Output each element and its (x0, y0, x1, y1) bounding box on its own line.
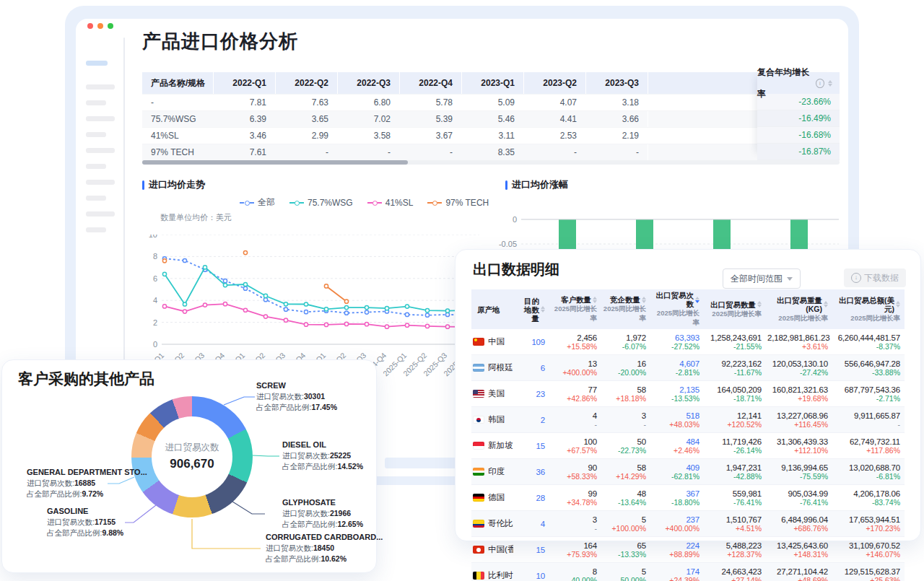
value-cell: 31,109,670.52 (834, 541, 900, 550)
sort-icon[interactable] (593, 297, 597, 303)
trade-count-link[interactable]: 409 (652, 463, 699, 472)
table-row: 新加坡15100+67.57%50-22.73%484+2.46%11,719,… (471, 433, 905, 459)
origin-cell: 美国 (473, 388, 513, 399)
value-cell: 3 (551, 515, 597, 524)
destination-count-link[interactable]: 6 (519, 364, 545, 372)
trade-count-link[interactable]: 4,607 (652, 359, 699, 368)
price-cell: 6.80 (337, 95, 399, 110)
legend-item--[interactable]: 全部 (240, 196, 275, 209)
yoy-percent: +15.58% (551, 342, 597, 351)
price-cell: 3.58 (337, 128, 399, 144)
column-header: 2023-Q1 (461, 72, 523, 94)
svg-text:-0.05: -0.05 (499, 240, 517, 248)
sidebar-item-active[interactable] (86, 61, 108, 66)
minimize-button[interactable] (97, 23, 103, 29)
yoy-percent: -50.00% (603, 576, 646, 581)
column-header[interactable]: 出口贸易总额(美元)2025同比增长率 (832, 289, 905, 329)
legend-item-41-sl[interactable]: 41%SL (367, 198, 414, 208)
trade-count-link[interactable]: 2,135 (652, 385, 699, 394)
destination-count-link[interactable]: 28 (519, 494, 545, 502)
info-icon[interactable]: i (816, 79, 824, 88)
sidebar-skeleton-item (86, 100, 106, 105)
destination-count-link[interactable]: 109 (519, 338, 545, 346)
destination-count-link[interactable]: 15 (519, 546, 545, 554)
price-cell: 3.65 (275, 111, 337, 127)
sort-icon[interactable] (757, 301, 762, 307)
sort-icon[interactable] (541, 306, 545, 313)
sort-icon[interactable] (824, 301, 828, 307)
sort-icon[interactable] (695, 297, 699, 303)
page-skeleton-band (385, 458, 461, 468)
trade-count-link[interactable]: 174 (652, 567, 699, 576)
yoy-percent: -83.74% (834, 498, 900, 507)
trade-count-link[interactable]: 518 (652, 411, 699, 420)
yoy-percent: -75.59% (767, 472, 828, 481)
cagr-column-header[interactable]: 复合年均增长率 i (757, 72, 840, 94)
legend-item-97-tech[interactable]: 97% TECH (427, 198, 489, 208)
yoy-percent: +2.46% (652, 446, 699, 455)
table-row: 41%SL3.462.993.583.673.112.532.19 (142, 128, 840, 144)
column-header: 2022-Q2 (275, 72, 337, 94)
time-range-dropdown[interactable]: 全部时间范围 (723, 268, 801, 289)
table-row: 哥伦比亚43-5+100.00%237+400.00%1,510,767+4.5… (471, 511, 905, 537)
chevron-down-icon (787, 277, 793, 281)
export-data-card: 出口数据明细 全部时间范围 ↓ 下载数据 原产地目的地数量客户数量2025同比增… (455, 249, 921, 541)
sidebar-skeleton-item (86, 180, 115, 185)
yoy-percent: -26.14% (705, 446, 762, 455)
value-cell: 4,206,178.06 (834, 489, 900, 498)
origin-cell: 阿根廷 (473, 362, 513, 373)
cagr-cell: -16.87% (757, 144, 840, 160)
trade-count-link[interactable]: 484 (652, 437, 699, 446)
trend-line-chart: 10864202022-Q12022-Q22022-Q32022-Q42023-… (137, 235, 484, 379)
yoy-percent: +117.86% (834, 446, 900, 455)
donut-label-count: 进口贸易次数:17155 (47, 517, 123, 528)
destination-count-link[interactable]: 23 (519, 390, 545, 398)
trend-chart-legend: 全部75.7%WSG41%SL97% TECH (240, 196, 489, 209)
trade-count-link[interactable]: 367 (652, 489, 699, 498)
horizontal-scrollbar-thumb[interactable] (142, 160, 408, 165)
donut-center-label: 进口贸易次数 (131, 442, 253, 454)
sort-icon[interactable] (896, 301, 900, 307)
column-subheader: 2025同比增长率 (551, 305, 597, 323)
column-header[interactable]: 客户数量2025同比增长率 (549, 289, 601, 329)
destination-count-link[interactable]: 10 (519, 572, 545, 580)
yoy-percent: +24.39% (652, 576, 699, 581)
column-header[interactable]: 出口贸易数量2025同比增长率 (704, 289, 766, 329)
column-header[interactable]: 目的地数量 (518, 289, 549, 329)
column-header[interactable]: 出口贸易次数2025同比增长率 (650, 289, 704, 329)
destination-count-link[interactable]: 4 (519, 520, 545, 528)
value-cell: 9,911,665.87 (834, 411, 900, 420)
maximize-button[interactable] (108, 23, 113, 29)
destination-count-link[interactable]: 15 (519, 442, 545, 450)
sort-icon[interactable] (828, 80, 832, 87)
donut-label-share: 占全部产品比例:9.88% (47, 528, 123, 538)
yoy-percent: - (834, 420, 900, 429)
sort-icon[interactable] (642, 297, 646, 303)
sidebar-skeleton-item (86, 84, 115, 89)
donut-label-count: 进口贸易次数:30301 (256, 391, 337, 402)
yoy-percent: -76.41% (705, 498, 762, 507)
column-header: 2023-Q2 (523, 72, 585, 94)
legend-marker (240, 200, 254, 206)
column-header[interactable]: 竞企数量2025同比增长率 (601, 289, 650, 329)
close-button[interactable] (87, 23, 93, 29)
yoy-percent: +19.68% (767, 394, 828, 403)
column-header[interactable]: 出口贸易重量(KG)2025同比增长率 (766, 289, 832, 329)
download-data-button[interactable]: ↓ 下载数据 (844, 268, 906, 287)
trade-count-link[interactable]: 63,393 (652, 333, 699, 342)
trade-count-link[interactable]: 237 (652, 515, 699, 524)
flag-icon-de (473, 494, 484, 502)
download-icon: ↓ (851, 273, 861, 283)
price-cell: 5.09 (461, 95, 523, 110)
value-cell: 129,515,628.37 (834, 567, 900, 576)
trade-count-link[interactable]: 224 (652, 541, 699, 550)
price-cell: - (337, 144, 399, 160)
destination-count-link[interactable]: 36 (519, 468, 545, 476)
yoy-percent: +400.00% (652, 524, 699, 533)
destination-count-link[interactable]: 2 (519, 416, 545, 424)
other-products-card: 客户采购的其他产品 进口贸易次数 906,670 SCREW进口贸易次数:303… (1, 359, 377, 573)
yoy-percent: -21.55% (705, 342, 762, 351)
legend-item-75-7-wsg[interactable]: 75.7%WSG (289, 198, 353, 208)
yoy-percent: -22.73% (603, 446, 646, 455)
yoy-percent: +686.76% (767, 524, 828, 533)
